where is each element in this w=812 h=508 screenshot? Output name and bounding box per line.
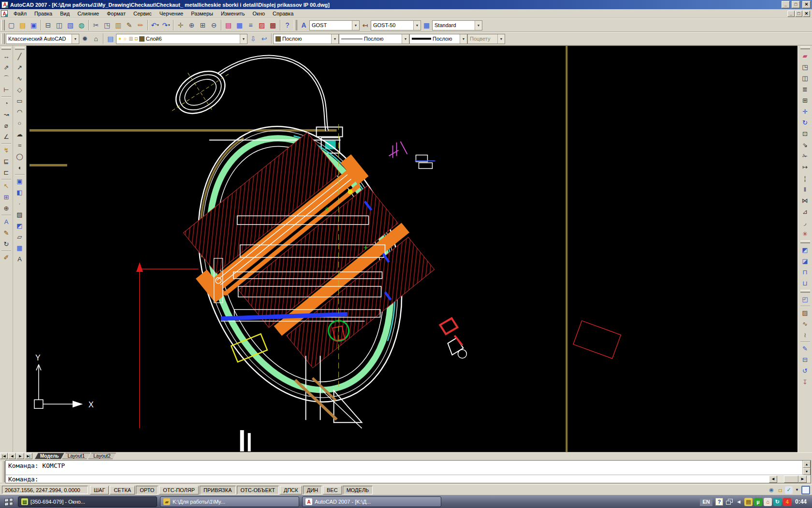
stretch-button[interactable]: ⇘ bbox=[799, 139, 811, 150]
draworder-bring-to-front-button[interactable]: ◩ bbox=[799, 244, 811, 255]
text-style-button[interactable]: A bbox=[298, 20, 309, 31]
command-vscrollbar[interactable]: ▲ ▼ bbox=[802, 461, 811, 475]
clean-screen-button[interactable] bbox=[801, 486, 810, 494]
toolbar-grip[interactable] bbox=[800, 290, 810, 293]
edit-hatch-button[interactable]: ▨ bbox=[799, 307, 811, 318]
rectangle-button[interactable]: ▭ bbox=[14, 95, 26, 106]
scale-button[interactable]: ⊡ bbox=[799, 128, 811, 139]
sync-attributes-button[interactable]: ↺ bbox=[799, 365, 811, 376]
sheet-set-manager-button[interactable]: ▤ bbox=[223, 20, 234, 31]
toggle-polar[interactable]: ОТС-ПОЛЯР bbox=[159, 486, 199, 494]
close-button[interactable]: ✕ bbox=[802, 1, 811, 8]
break-button[interactable]: ‖ bbox=[799, 184, 811, 195]
drawing-canvas[interactable]: Y X bbox=[26, 45, 798, 452]
draworder-bring-above-button[interactable]: ⊓ bbox=[799, 267, 811, 278]
dim-radius-button[interactable]: ◔ bbox=[0, 98, 12, 109]
chevron-down-icon[interactable]: ▼ bbox=[475, 21, 482, 30]
toolbar-grip[interactable] bbox=[800, 240, 810, 243]
layer-properties-manager-button[interactable]: ▤ bbox=[105, 33, 116, 45]
plot-button[interactable]: ⊟ bbox=[43, 20, 54, 31]
tab-layout2[interactable]: Layout2 bbox=[88, 453, 116, 459]
layer-combo[interactable]: ●☼▥◘ Слой6 ▼ bbox=[116, 34, 247, 44]
sync-tray-icon[interactable]: ↻ bbox=[773, 498, 782, 506]
zoom-window-button[interactable]: ⊞ bbox=[197, 20, 208, 31]
dim-diameter-button[interactable]: ⌀ bbox=[0, 120, 12, 131]
open-file-button[interactable]: ▤ bbox=[17, 20, 28, 31]
scroll-left-icon[interactable]: ◀ bbox=[769, 476, 777, 483]
tab-layout1[interactable]: Layout1 bbox=[62, 453, 90, 459]
cut-button[interactable]: ✂ bbox=[90, 20, 102, 31]
block-attribute-manager-button[interactable]: ⊟ bbox=[799, 354, 811, 365]
tab-nav-first[interactable]: |◀ bbox=[0, 453, 8, 459]
toolbar-grip[interactable] bbox=[800, 46, 810, 49]
toolbar-grip[interactable] bbox=[15, 47, 25, 50]
toggle-otrack[interactable]: ОТС-ОБЪЕКТ bbox=[237, 486, 279, 494]
chevron-down-icon[interactable]: ▼ bbox=[72, 34, 79, 44]
draworder-send-under-button[interactable]: ⊔ bbox=[799, 278, 811, 289]
attribute-extract-button[interactable]: ↧ bbox=[799, 376, 811, 388]
home-icon[interactable]: ⌂ bbox=[764, 498, 772, 506]
dim-continue-button[interactable]: ⊏ bbox=[0, 167, 12, 178]
multiline-text-button[interactable]: A bbox=[14, 254, 26, 265]
dim-angular-button[interactable]: ∠ bbox=[0, 131, 12, 142]
table-button[interactable]: ▦ bbox=[14, 242, 26, 254]
toolbar-grip[interactable] bbox=[1, 20, 5, 30]
arc-button[interactable]: ◠ bbox=[14, 106, 26, 118]
toggle-ducs[interactable]: ДПСК bbox=[280, 486, 302, 494]
line-button[interactable]: ╱ bbox=[14, 51, 26, 62]
dim-baseline-button[interactable]: ⊑ bbox=[0, 156, 12, 167]
circle-button[interactable]: ○ bbox=[14, 118, 26, 129]
toggle-model[interactable]: МОДЕЛЬ bbox=[343, 486, 373, 494]
scroll-thumb[interactable] bbox=[784, 476, 798, 483]
chevron-down-icon[interactable]: ▼ bbox=[460, 34, 467, 44]
quick-leader-button[interactable]: ↖ bbox=[0, 180, 12, 192]
menu-item-2[interactable]: Вид bbox=[56, 10, 73, 17]
workspace-settings-button[interactable]: ✹ bbox=[79, 33, 90, 45]
command-history-line[interactable]: Команда: КОМСТР bbox=[6, 461, 802, 475]
markup-set-manager-button[interactable]: ▨ bbox=[256, 20, 267, 31]
chamfer-button[interactable]: ⊿ bbox=[799, 206, 811, 217]
menu-item-10[interactable]: Справка bbox=[269, 10, 297, 17]
join-button[interactable]: ⋈ bbox=[799, 195, 811, 206]
help-button[interactable]: ? bbox=[282, 20, 293, 31]
copy-button[interactable]: ◳ bbox=[799, 61, 811, 73]
menu-item-6[interactable]: Черчение bbox=[156, 10, 188, 17]
move-button[interactable]: ✛ bbox=[799, 106, 811, 117]
toggle-grid[interactable]: СЕТКА bbox=[110, 486, 135, 494]
edit-attribute-button[interactable]: ✎ bbox=[799, 343, 811, 354]
construction-line-button[interactable]: ↗ bbox=[14, 62, 26, 73]
menu-item-4[interactable]: Формат bbox=[103, 10, 130, 17]
toolbar-grip[interactable] bbox=[1, 33, 5, 44]
chevron-down-icon[interactable]: ▼ bbox=[240, 34, 247, 44]
make-block-button[interactable]: ◧ bbox=[14, 187, 26, 198]
ellipse-arc-button[interactable]: ◖ bbox=[14, 162, 26, 173]
lock-icon[interactable]: ◘ bbox=[776, 486, 784, 494]
dim-update-button[interactable]: ↻ bbox=[0, 239, 12, 250]
center-mark-button[interactable]: ⊕ bbox=[0, 203, 12, 214]
help-tray-icon[interactable]: ? bbox=[715, 498, 723, 506]
tab-nav-prev[interactable]: ◀ bbox=[8, 453, 16, 459]
insert-block-button[interactable]: ▣ bbox=[14, 176, 26, 187]
tolerance-button[interactable]: ⊞ bbox=[0, 192, 12, 203]
chevron-down-icon[interactable]: ▼ bbox=[352, 21, 359, 30]
task-button-0[interactable]: ▤[350-694-079] - Окно... bbox=[18, 496, 157, 507]
publish-web-button[interactable]: ◍ bbox=[76, 20, 87, 31]
maximize-button[interactable]: □ bbox=[792, 1, 800, 8]
toggle-ortho[interactable]: ОРТО bbox=[136, 486, 158, 494]
pan-realtime-button[interactable]: ✛ bbox=[175, 20, 186, 31]
layer-freeze-vp-icon[interactable]: ▥ bbox=[129, 36, 133, 41]
utorrent-icon[interactable]: µ bbox=[754, 498, 762, 506]
mdi-close-button[interactable]: ✕ bbox=[803, 11, 810, 17]
match-properties-button[interactable]: ✎ bbox=[124, 20, 135, 31]
layer-lock-icon[interactable]: ◘ bbox=[135, 36, 138, 41]
undo-button[interactable]: ↶▾ bbox=[149, 20, 160, 31]
edit-spline-button[interactable]: ≀ bbox=[799, 329, 811, 341]
extend-button[interactable]: ↦ bbox=[799, 162, 811, 173]
communication-center-icon[interactable]: ◉ bbox=[768, 486, 775, 494]
scroll-up-icon[interactable]: ▲ bbox=[803, 461, 811, 468]
polyline-button[interactable]: ∿ bbox=[14, 73, 26, 84]
taskbar-clock[interactable]: 0:44 bbox=[794, 498, 810, 505]
dim-style-combo[interactable]: GOST-50 ▼ bbox=[371, 20, 421, 30]
menu-item-3[interactable]: Слияние bbox=[73, 10, 103, 17]
plot-preview-button[interactable]: ◫ bbox=[54, 20, 65, 31]
